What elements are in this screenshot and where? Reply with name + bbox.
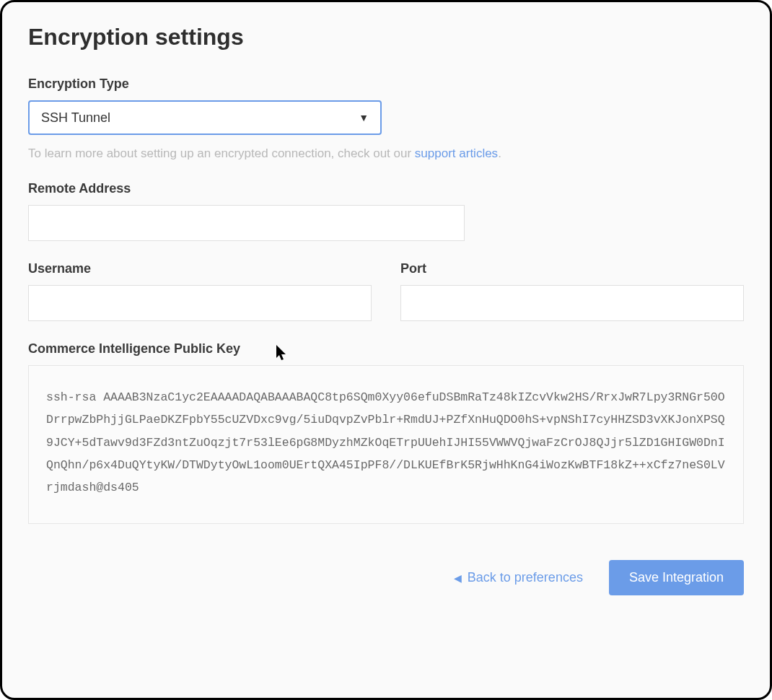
encryption-type-select[interactable]: SSH Tunnel ▼ (28, 100, 382, 135)
help-text-suffix: . (498, 146, 501, 160)
encryption-type-value: SSH Tunnel (41, 110, 110, 126)
port-label: Port (400, 261, 744, 276)
back-link-label: Back to preferences (468, 570, 583, 585)
remote-address-label: Remote Address (28, 181, 744, 196)
public-key-value: ssh-rsa AAAAB3NzaC1yc2EAAAADAQABAAABAQC8… (28, 365, 744, 524)
encryption-type-label: Encryption Type (28, 76, 744, 92)
username-input[interactable] (28, 285, 372, 321)
page-title: Encryption settings (28, 24, 744, 51)
triangle-left-icon: ◀ (454, 572, 462, 584)
save-integration-button[interactable]: Save Integration (609, 560, 744, 595)
back-to-preferences-link[interactable]: ◀ Back to preferences (454, 570, 583, 585)
help-text-prefix: To learn more about setting up an encryp… (28, 146, 415, 160)
help-text: To learn more about setting up an encryp… (28, 146, 744, 161)
support-articles-link[interactable]: support articles (415, 146, 498, 160)
port-input[interactable] (400, 285, 744, 321)
remote-address-input[interactable] (28, 205, 465, 241)
public-key-label: Commerce Intelligence Public Key (28, 341, 744, 356)
username-label: Username (28, 261, 372, 276)
chevron-down-icon: ▼ (359, 112, 369, 123)
